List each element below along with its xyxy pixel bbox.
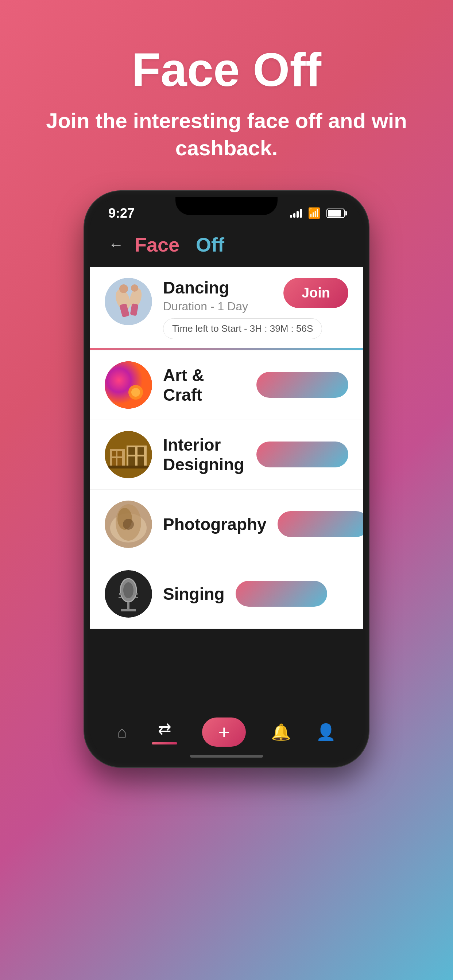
home-indicator (190, 755, 263, 757)
title-face: Face (135, 234, 179, 256)
content-area: Dancing Duration - 1 Day Join Time left … (90, 267, 363, 761)
bottom-nav: ⌂ ⇄ + 🔔 👤 (90, 710, 363, 761)
svg-point-3 (119, 285, 128, 293)
completed-text-art: Completed (257, 372, 348, 397)
avatar-singing (105, 570, 152, 617)
add-icon: + (219, 722, 230, 742)
avatar-interior (105, 431, 152, 478)
app-header: ← Face Off (90, 226, 363, 267)
completed-badge-photography: Completed (278, 511, 363, 537)
svg-rect-13 (112, 451, 116, 457)
completed-text-interior: Completed (257, 442, 348, 467)
back-button[interactable]: ← (108, 236, 124, 253)
hero-title: Face Off (29, 44, 424, 96)
svg-rect-19 (137, 447, 144, 455)
card-photography[interactable]: Photography Completed (90, 490, 363, 559)
card-photography-title: Photography (163, 514, 266, 534)
completed-text-photography: Completed (278, 512, 363, 536)
avatar-art-craft (105, 361, 152, 409)
card-dancing-title: Dancing (163, 278, 248, 298)
phone-outer: 9:27 📶 ← Face (84, 191, 369, 767)
card-dancing-top: Dancing Duration - 1 Day Join (163, 278, 348, 313)
svg-rect-16 (118, 458, 122, 466)
dark-area (90, 629, 363, 710)
card-dancing: Dancing Duration - 1 Day Join Time left … (90, 267, 363, 350)
card-interior-title: Interior Designing (163, 435, 246, 474)
avatar-photography (105, 501, 152, 548)
avatar-dancing (105, 278, 152, 325)
timer-badge: Time left to Start - 3H : 39M : 56S (163, 318, 322, 339)
card-singing-title: Singing (163, 584, 225, 604)
phone-inner: 9:27 📶 ← Face (90, 197, 363, 761)
cards-list: Dancing Duration - 1 Day Join Time left … (90, 267, 363, 629)
title-off: Off (196, 234, 224, 256)
profile-icon: 👤 (316, 722, 336, 741)
card-dancing-text: Dancing Duration - 1 Day (163, 278, 248, 313)
svg-rect-21 (137, 457, 144, 466)
hero-section: Face Off Join the interesting face off a… (0, 0, 453, 184)
home-icon: ⌂ (117, 723, 127, 741)
card-singing[interactable]: Singing Completed (90, 559, 363, 629)
completed-badge-interior: Completed (257, 442, 348, 468)
battery-icon (327, 208, 345, 218)
svg-rect-15 (112, 458, 116, 466)
svg-rect-22 (108, 466, 148, 468)
svg-point-4 (131, 285, 138, 292)
card-art-craft[interactable]: Art & Craft Completed (90, 350, 363, 420)
exchange-icon: ⇄ (158, 719, 171, 738)
nav-active-indicator (152, 742, 177, 745)
nav-notification[interactable]: 🔔 (271, 722, 291, 741)
status-time: 9:27 (108, 205, 135, 221)
svg-rect-20 (128, 457, 135, 466)
completed-badge-singing: Completed (236, 581, 327, 607)
signal-icon (290, 209, 302, 218)
status-icons: 📶 (290, 207, 345, 219)
completed-text-singing: Completed (236, 582, 327, 606)
battery-fill (328, 210, 341, 216)
nav-exchange[interactable]: ⇄ (152, 719, 177, 745)
nav-home[interactable]: ⌂ (117, 723, 127, 741)
card-art-craft-title: Art & Craft (163, 365, 246, 405)
svg-rect-14 (118, 451, 122, 457)
completed-badge-art: Completed (257, 372, 348, 398)
svg-point-30 (123, 582, 134, 598)
join-button[interactable]: Join (283, 278, 348, 308)
card-interior[interactable]: Interior Designing Completed (90, 420, 363, 490)
svg-point-27 (123, 519, 134, 530)
wifi-icon: 📶 (308, 207, 321, 219)
notch (175, 197, 278, 215)
phone-mockup: 9:27 📶 ← Face (84, 191, 369, 767)
card-dancing-subtitle: Duration - 1 Day (163, 300, 248, 313)
svg-point-8 (105, 361, 152, 409)
svg-point-10 (131, 388, 140, 397)
page-title: Face Off (135, 233, 224, 256)
nav-profile[interactable]: 👤 (316, 722, 336, 741)
hero-subtitle: Join the interesting face off and win ca… (29, 107, 424, 162)
svg-rect-18 (128, 447, 135, 455)
nav-add-button[interactable]: + (202, 718, 246, 747)
card-dancing-info: Dancing Duration - 1 Day Join Time left … (163, 278, 348, 339)
notification-icon: 🔔 (271, 722, 291, 741)
status-bar: 9:27 📶 (90, 197, 363, 226)
